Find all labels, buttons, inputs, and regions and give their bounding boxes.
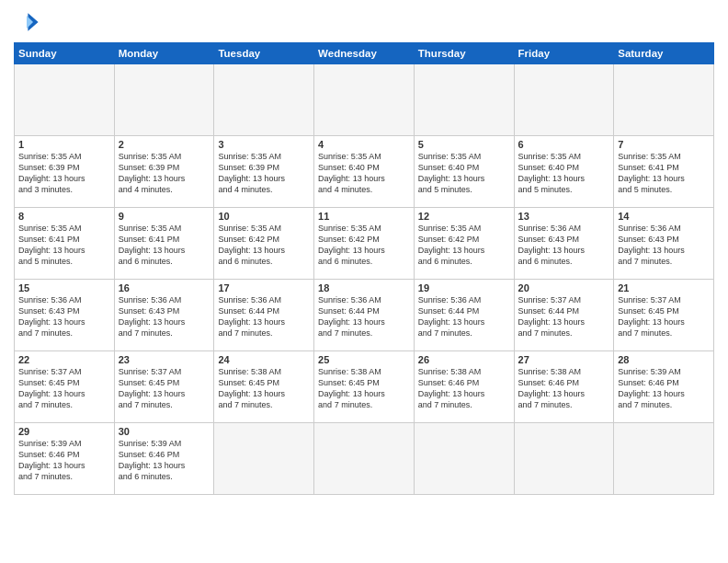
calendar-week-row (15, 64, 714, 136)
day-number: 4 (318, 139, 410, 150)
day-number: 14 (618, 211, 710, 222)
day-info: Sunrise: 5:37 AM Sunset: 6:45 PM Dayligh… (618, 294, 710, 339)
day-info: Sunrise: 5:35 AM Sunset: 6:42 PM Dayligh… (218, 223, 310, 268)
calendar-cell: 20Sunrise: 5:37 AM Sunset: 6:44 PM Dayli… (514, 280, 614, 351)
calendar-cell: 6Sunrise: 5:35 AM Sunset: 6:40 PM Daylig… (514, 136, 614, 208)
day-number: 16 (119, 282, 210, 293)
day-info: Sunrise: 5:39 AM Sunset: 6:46 PM Dayligh… (119, 438, 210, 483)
weekday-header-saturday: Saturday (614, 43, 714, 64)
calendar-cell: 14Sunrise: 5:36 AM Sunset: 6:43 PM Dayli… (614, 208, 714, 280)
day-number: 8 (18, 211, 110, 222)
day-info: Sunrise: 5:35 AM Sunset: 6:40 PM Dayligh… (418, 151, 510, 196)
day-number: 17 (218, 282, 310, 293)
calendar-cell: 29Sunrise: 5:39 AM Sunset: 6:46 PM Dayli… (15, 423, 115, 495)
calendar-cell (214, 423, 314, 495)
day-info: Sunrise: 5:36 AM Sunset: 6:43 PM Dayligh… (518, 223, 610, 268)
day-info: Sunrise: 5:36 AM Sunset: 6:44 PM Dayligh… (218, 294, 310, 339)
calendar-cell (614, 423, 714, 495)
day-info: Sunrise: 5:35 AM Sunset: 6:41 PM Dayligh… (18, 223, 110, 268)
header (14, 9, 714, 35)
day-info: Sunrise: 5:35 AM Sunset: 6:42 PM Dayligh… (418, 223, 510, 268)
day-number: 22 (18, 354, 110, 365)
logo (14, 9, 43, 35)
day-info: Sunrise: 5:37 AM Sunset: 6:45 PM Dayligh… (119, 366, 210, 411)
day-number: 24 (218, 354, 310, 365)
day-info: Sunrise: 5:35 AM Sunset: 6:39 PM Dayligh… (119, 151, 210, 196)
calendar-week-row: 15Sunrise: 5:36 AM Sunset: 6:43 PM Dayli… (15, 280, 714, 351)
day-number: 11 (318, 211, 410, 222)
day-info: Sunrise: 5:35 AM Sunset: 6:41 PM Dayligh… (119, 223, 210, 268)
day-number: 7 (618, 139, 710, 150)
calendar-cell: 18Sunrise: 5:36 AM Sunset: 6:44 PM Dayli… (314, 280, 415, 351)
day-info: Sunrise: 5:36 AM Sunset: 6:43 PM Dayligh… (18, 294, 110, 339)
day-number: 2 (119, 139, 210, 150)
calendar-cell: 5Sunrise: 5:35 AM Sunset: 6:40 PM Daylig… (414, 136, 514, 208)
calendar-cell: 15Sunrise: 5:36 AM Sunset: 6:43 PM Dayli… (15, 280, 115, 351)
day-number: 18 (318, 282, 410, 293)
day-info: Sunrise: 5:39 AM Sunset: 6:46 PM Dayligh… (18, 438, 110, 483)
day-number: 15 (18, 282, 110, 293)
weekday-header-sunday: Sunday (15, 43, 115, 64)
calendar-week-row: 1Sunrise: 5:35 AM Sunset: 6:39 PM Daylig… (15, 136, 714, 208)
day-number: 27 (518, 354, 610, 365)
day-number: 10 (218, 211, 310, 222)
calendar-cell: 26Sunrise: 5:38 AM Sunset: 6:46 PM Dayli… (414, 351, 514, 423)
day-info: Sunrise: 5:35 AM Sunset: 6:41 PM Dayligh… (618, 151, 710, 196)
day-number: 28 (618, 354, 710, 365)
calendar-week-row: 22Sunrise: 5:37 AM Sunset: 6:45 PM Dayli… (15, 351, 714, 423)
calendar-cell (414, 64, 514, 136)
calendar-cell: 13Sunrise: 5:36 AM Sunset: 6:43 PM Dayli… (514, 208, 614, 280)
calendar-cell: 8Sunrise: 5:35 AM Sunset: 6:41 PM Daylig… (15, 208, 115, 280)
day-info: Sunrise: 5:39 AM Sunset: 6:46 PM Dayligh… (618, 366, 710, 411)
logo-icon (14, 9, 40, 35)
day-number: 12 (418, 211, 510, 222)
calendar-cell: 17Sunrise: 5:36 AM Sunset: 6:44 PM Dayli… (214, 280, 314, 351)
day-info: Sunrise: 5:38 AM Sunset: 6:46 PM Dayligh… (418, 366, 510, 411)
day-info: Sunrise: 5:38 AM Sunset: 6:46 PM Dayligh… (518, 366, 610, 411)
calendar-table: SundayMondayTuesdayWednesdayThursdayFrid… (14, 42, 714, 495)
calendar-cell: 21Sunrise: 5:37 AM Sunset: 6:45 PM Dayli… (614, 280, 714, 351)
calendar-cell (15, 64, 115, 136)
day-info: Sunrise: 5:36 AM Sunset: 6:44 PM Dayligh… (318, 294, 410, 339)
day-info: Sunrise: 5:35 AM Sunset: 6:39 PM Dayligh… (218, 151, 310, 196)
calendar-cell: 9Sunrise: 5:35 AM Sunset: 6:41 PM Daylig… (114, 208, 214, 280)
calendar-cell (514, 423, 614, 495)
calendar-cell: 28Sunrise: 5:39 AM Sunset: 6:46 PM Dayli… (614, 351, 714, 423)
day-number: 1 (18, 139, 110, 150)
calendar-week-row: 8Sunrise: 5:35 AM Sunset: 6:41 PM Daylig… (15, 208, 714, 280)
day-number: 9 (119, 211, 210, 222)
day-number: 23 (119, 354, 210, 365)
calendar-cell: 7Sunrise: 5:35 AM Sunset: 6:41 PM Daylig… (614, 136, 714, 208)
calendar-cell (314, 64, 415, 136)
day-info: Sunrise: 5:38 AM Sunset: 6:45 PM Dayligh… (318, 366, 410, 411)
weekday-header-wednesday: Wednesday (314, 43, 415, 64)
calendar-cell: 4Sunrise: 5:35 AM Sunset: 6:40 PM Daylig… (314, 136, 415, 208)
calendar-cell: 25Sunrise: 5:38 AM Sunset: 6:45 PM Dayli… (314, 351, 415, 423)
calendar-cell: 12Sunrise: 5:35 AM Sunset: 6:42 PM Dayli… (414, 208, 514, 280)
day-info: Sunrise: 5:35 AM Sunset: 6:40 PM Dayligh… (318, 151, 410, 196)
calendar-cell: 2Sunrise: 5:35 AM Sunset: 6:39 PM Daylig… (114, 136, 214, 208)
day-number: 19 (418, 282, 510, 293)
weekday-header-friday: Friday (514, 43, 614, 64)
day-info: Sunrise: 5:35 AM Sunset: 6:42 PM Dayligh… (318, 223, 410, 268)
calendar-cell: 19Sunrise: 5:36 AM Sunset: 6:44 PM Dayli… (414, 280, 514, 351)
day-info: Sunrise: 5:37 AM Sunset: 6:44 PM Dayligh… (518, 294, 610, 339)
calendar-cell (214, 64, 314, 136)
calendar-cell: 30Sunrise: 5:39 AM Sunset: 6:46 PM Dayli… (114, 423, 214, 495)
day-number: 13 (518, 211, 610, 222)
day-info: Sunrise: 5:37 AM Sunset: 6:45 PM Dayligh… (18, 366, 110, 411)
calendar-cell: 3Sunrise: 5:35 AM Sunset: 6:39 PM Daylig… (214, 136, 314, 208)
calendar-cell (114, 64, 214, 136)
day-number: 6 (518, 139, 610, 150)
calendar-cell: 23Sunrise: 5:37 AM Sunset: 6:45 PM Dayli… (114, 351, 214, 423)
calendar-cell (614, 64, 714, 136)
day-info: Sunrise: 5:38 AM Sunset: 6:45 PM Dayligh… (218, 366, 310, 411)
weekday-header-monday: Monday (114, 43, 214, 64)
calendar-cell (414, 423, 514, 495)
day-number: 29 (18, 426, 110, 437)
day-info: Sunrise: 5:36 AM Sunset: 6:43 PM Dayligh… (119, 294, 210, 339)
calendar-page: SundayMondayTuesdayWednesdayThursdayFrid… (0, 0, 728, 563)
calendar-cell: 10Sunrise: 5:35 AM Sunset: 6:42 PM Dayli… (214, 208, 314, 280)
calendar-week-row: 29Sunrise: 5:39 AM Sunset: 6:46 PM Dayli… (15, 423, 714, 495)
calendar-cell (314, 423, 415, 495)
